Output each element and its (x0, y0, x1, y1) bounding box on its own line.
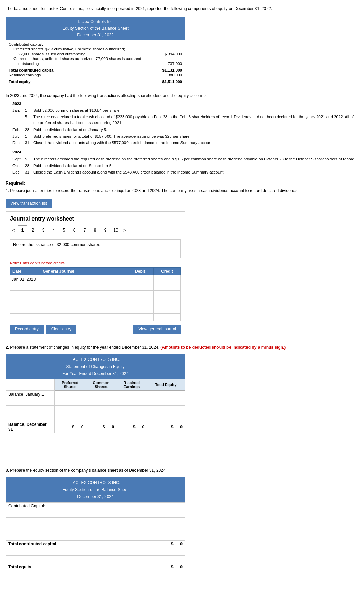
soc-total-dec[interactable]: $ 0 (147, 421, 185, 433)
soc-row-2 (6, 406, 185, 413)
tab-next-arrow[interactable]: > (121, 227, 128, 234)
cell-gj-4[interactable] (40, 298, 127, 306)
equity-amount-contrib[interactable] (157, 502, 185, 510)
soc-preferred-jan[interactable] (55, 391, 86, 398)
cell-credit-5[interactable] (153, 306, 180, 314)
soc-title: Statement of Changes in Equity (7, 363, 184, 370)
equity-label-contrib: Contributed Capital: (6, 502, 157, 510)
equity-table: Contributed Capital: Total contributed c… (6, 502, 185, 571)
cell-debit-4[interactable] (127, 298, 153, 306)
trans-entry-dec31-2024: Dec. 31 Closed the Cash Dividends accoun… (12, 169, 358, 175)
equity-amount-1[interactable] (157, 510, 185, 517)
soc-retained-jan[interactable] (116, 391, 147, 398)
section2-header: 2. Prepare a statement of changes in equ… (6, 344, 358, 351)
equity-row-5 (6, 548, 185, 555)
equity-amount-total-contrib[interactable]: $ 0 (157, 540, 185, 548)
tab-10[interactable]: 10 (111, 225, 121, 235)
soc-row-balance-dec: Balance, December 31 $ 0 $ 0 $ 0 $ 0 (6, 421, 185, 433)
table-row (10, 306, 181, 314)
equity-row-2 (6, 517, 185, 525)
table-row (10, 291, 181, 298)
soc-preferred-dec[interactable]: $ 0 (55, 421, 86, 433)
cell-credit-1[interactable] (153, 275, 180, 283)
bs-row-common-label: Common shares, unlimited shares authoriz… (9, 56, 182, 61)
tab-1[interactable]: 1 (18, 225, 27, 235)
equity-amount-2[interactable] (157, 517, 185, 525)
tab-2[interactable]: 2 (28, 225, 38, 235)
soc-common-dec[interactable]: $ 0 (86, 421, 116, 433)
cell-date-4[interactable] (10, 298, 40, 306)
cell-credit-2[interactable] (153, 283, 180, 291)
tab-3[interactable]: 3 (38, 225, 48, 235)
soc-label-balance-jan: Balance, January 1 (6, 391, 55, 398)
tab-4[interactable]: 4 (49, 225, 58, 235)
cell-debit-6[interactable] (127, 314, 153, 321)
soc-preferred-2[interactable] (55, 406, 86, 413)
cell-credit-6[interactable] (153, 314, 180, 321)
cell-credit-3[interactable] (153, 291, 180, 298)
table-row: Jan 01, 2023 (10, 275, 181, 283)
clear-entry-button[interactable]: Clear entry (46, 325, 76, 334)
soc-common-2[interactable] (86, 406, 116, 413)
view-general-journal-button[interactable]: View general journal (133, 325, 181, 334)
cell-debit-5[interactable] (127, 306, 153, 314)
soc-preferred-1[interactable] (55, 398, 86, 406)
record-entry-button[interactable]: Record entry (10, 325, 44, 334)
cell-credit-4[interactable] (153, 298, 180, 306)
soc-total-1[interactable] (147, 398, 185, 406)
tab-5[interactable]: 5 (59, 225, 69, 235)
cell-gj-2[interactable] (40, 283, 127, 291)
soc-total-3[interactable] (147, 413, 185, 421)
equity-amount-6[interactable] (157, 555, 185, 563)
equity-amount-4[interactable] (157, 533, 185, 540)
soc-retained-1[interactable] (116, 398, 147, 406)
cell-date-3[interactable] (10, 291, 40, 298)
cell-gj-1[interactable] (40, 275, 127, 283)
bs-row-contributed-label: Contributed capital: (9, 42, 182, 47)
soc-total-jan[interactable] (147, 391, 185, 398)
soc-retained-3[interactable] (116, 413, 147, 421)
trans-entry-oct28: Oct. 28 Paid the dividends declared on S… (12, 163, 358, 169)
soc-common-1[interactable] (86, 398, 116, 406)
soc-retained-dec[interactable]: $ 0 (116, 421, 147, 433)
cell-debit-3[interactable] (127, 291, 153, 298)
bs-row-total-contrib: Total contributed capital $1,131,000 (9, 68, 182, 73)
cell-date-1[interactable]: Jan 01, 2023 (10, 275, 40, 283)
cell-date-5[interactable] (10, 306, 40, 314)
cell-gj-6[interactable] (40, 314, 127, 321)
bs-company: Tactex Controls Inc. (7, 19, 184, 25)
tab-8[interactable]: 8 (90, 225, 100, 235)
view-transaction-list-button[interactable]: View transaction list (6, 199, 52, 208)
trans-entry-jul1: July 1 Sold preferred shares for a total… (12, 133, 358, 139)
journal-entry-worksheet: Journal entry worksheet < 1 2 3 4 5 6 7 … (6, 211, 185, 338)
tab-7[interactable]: 7 (80, 225, 90, 235)
equity-amount-3[interactable] (157, 525, 185, 533)
soc-retained-2[interactable] (116, 406, 147, 413)
cell-date-2[interactable] (10, 283, 40, 291)
journal-table: Date General Journal Debit Credit Jan 01… (10, 267, 181, 321)
cell-gj-3[interactable] (40, 291, 127, 298)
table-row (10, 314, 181, 321)
equity-bs-date: December 31, 2024 (7, 493, 184, 500)
soc-common-3[interactable] (86, 413, 116, 421)
cell-gj-5[interactable] (40, 306, 127, 314)
equity-bs-header: TACTEX CONTROLS INC. Equity Section of t… (6, 477, 185, 502)
soc-preferred-3[interactable] (55, 413, 86, 421)
equity-bs-company: TACTEX CONTROLS INC. (7, 479, 184, 486)
equity-amount-5[interactable] (157, 548, 185, 555)
soc-label-3 (6, 413, 55, 421)
tab-9[interactable]: 9 (101, 225, 110, 235)
soc-header: TACTEX CONTROLS INC. Statement of Change… (6, 354, 185, 379)
cell-date-6[interactable] (10, 314, 40, 321)
cell-debit-1[interactable] (127, 275, 153, 283)
soc-common-jan[interactable] (86, 391, 116, 398)
table-row (10, 298, 181, 306)
transactions-section: In 2023 and 2024, the company had the fo… (6, 93, 358, 176)
tab-prev-arrow[interactable]: < (10, 227, 17, 234)
section2-number: 2. (6, 345, 9, 350)
cell-debit-2[interactable] (127, 283, 153, 291)
equity-amount-total-equity[interactable]: $ 0 (157, 563, 185, 571)
tab-6[interactable]: 6 (69, 225, 79, 235)
equity-row-1 (6, 510, 185, 517)
soc-total-2[interactable] (147, 406, 185, 413)
